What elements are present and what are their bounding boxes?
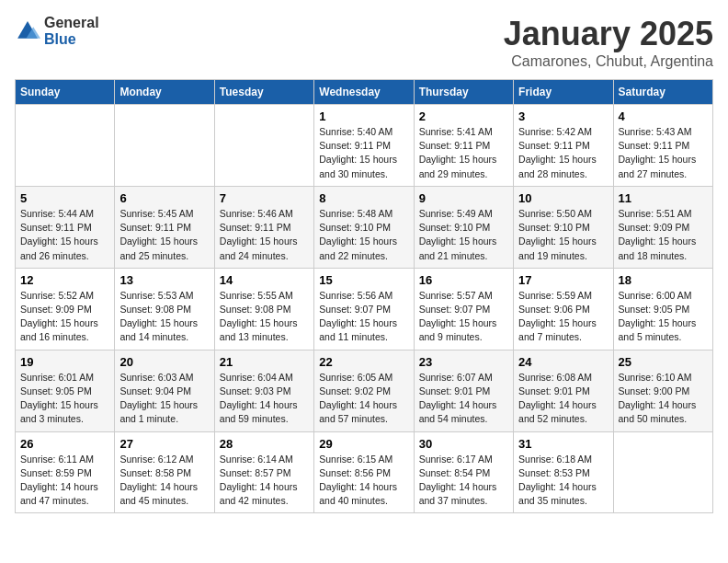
day-cell: 3Sunrise: 5:42 AM Sunset: 9:11 PM Daylig… (514, 105, 613, 187)
day-number: 7 (220, 191, 309, 205)
day-number: 12 (20, 273, 109, 287)
day-cell: 25Sunrise: 6:10 AM Sunset: 9:00 PM Dayli… (613, 350, 712, 431)
day-cell: 8Sunrise: 5:48 AM Sunset: 9:10 PM Daylig… (314, 186, 414, 268)
day-cell: 14Sunrise: 5:55 AM Sunset: 9:08 PM Dayli… (214, 268, 313, 350)
logo-icon (15, 18, 40, 44)
day-number: 10 (518, 191, 608, 205)
day-number: 9 (419, 191, 508, 205)
day-info: Sunrise: 5:45 AM Sunset: 9:11 PM Dayligh… (119, 207, 209, 263)
day-cell: 21Sunrise: 6:04 AM Sunset: 9:03 PM Dayli… (214, 350, 313, 431)
day-cell: 17Sunrise: 5:59 AM Sunset: 9:06 PM Dayli… (514, 268, 613, 350)
day-number: 13 (119, 273, 209, 287)
col-header-sunday: Sunday (16, 80, 115, 105)
day-info: Sunrise: 6:10 AM Sunset: 9:00 PM Dayligh… (619, 371, 708, 427)
day-cell: 29Sunrise: 6:15 AM Sunset: 8:56 PM Dayli… (314, 431, 414, 513)
day-info: Sunrise: 5:57 AM Sunset: 9:07 PM Dayligh… (419, 289, 508, 345)
month-title: January 2025 (504, 15, 713, 53)
day-info: Sunrise: 5:49 AM Sunset: 9:10 PM Dayligh… (419, 207, 508, 263)
week-row-4: 19Sunrise: 6:01 AM Sunset: 9:05 PM Dayli… (16, 350, 713, 431)
logo-blue: Blue (44, 31, 76, 47)
day-cell: 24Sunrise: 6:08 AM Sunset: 9:01 PM Dayli… (514, 350, 613, 431)
day-info: Sunrise: 6:01 AM Sunset: 9:05 PM Dayligh… (20, 371, 109, 427)
day-number: 8 (319, 191, 408, 205)
day-info: Sunrise: 6:18 AM Sunset: 8:53 PM Dayligh… (518, 453, 608, 509)
day-cell: 20Sunrise: 6:03 AM Sunset: 9:04 PM Dayli… (115, 350, 214, 431)
day-cell: 5Sunrise: 5:44 AM Sunset: 9:11 PM Daylig… (16, 186, 115, 268)
day-number: 29 (319, 437, 408, 451)
day-info: Sunrise: 5:55 AM Sunset: 9:08 PM Dayligh… (220, 289, 309, 345)
day-cell: 28Sunrise: 6:14 AM Sunset: 8:57 PM Dayli… (214, 431, 313, 513)
day-info: Sunrise: 5:41 AM Sunset: 9:11 PM Dayligh… (419, 125, 508, 181)
calendar-table: SundayMondayTuesdayWednesdayThursdayFrid… (15, 79, 713, 513)
day-cell: 12Sunrise: 5:52 AM Sunset: 9:09 PM Dayli… (16, 268, 115, 350)
day-cell (16, 105, 115, 187)
day-cell: 13Sunrise: 5:53 AM Sunset: 9:08 PM Dayli… (115, 268, 214, 350)
day-cell: 15Sunrise: 5:56 AM Sunset: 9:07 PM Dayli… (314, 268, 414, 350)
day-info: Sunrise: 5:56 AM Sunset: 9:07 PM Dayligh… (319, 289, 408, 345)
day-info: Sunrise: 6:07 AM Sunset: 9:01 PM Dayligh… (419, 371, 508, 427)
day-number: 22 (319, 355, 408, 369)
logo: General Blue (15, 15, 99, 48)
day-cell: 30Sunrise: 6:17 AM Sunset: 8:54 PM Dayli… (414, 431, 513, 513)
day-info: Sunrise: 6:04 AM Sunset: 9:03 PM Dayligh… (220, 371, 309, 427)
day-number: 6 (119, 191, 209, 205)
day-number: 4 (619, 109, 708, 123)
day-info: Sunrise: 6:11 AM Sunset: 8:59 PM Dayligh… (20, 453, 109, 509)
day-number: 1 (319, 109, 408, 123)
day-number: 21 (220, 355, 309, 369)
day-cell: 18Sunrise: 6:00 AM Sunset: 9:05 PM Dayli… (613, 268, 712, 350)
week-row-3: 12Sunrise: 5:52 AM Sunset: 9:09 PM Dayli… (16, 268, 713, 350)
day-info: Sunrise: 5:59 AM Sunset: 9:06 PM Dayligh… (518, 289, 608, 345)
day-info: Sunrise: 6:15 AM Sunset: 8:56 PM Dayligh… (319, 453, 408, 509)
day-cell: 22Sunrise: 6:05 AM Sunset: 9:02 PM Dayli… (314, 350, 414, 431)
day-cell (214, 105, 313, 187)
page-header: General Blue January 2025 Camarones, Chu… (15, 15, 713, 70)
week-row-1: 1Sunrise: 5:40 AM Sunset: 9:11 PM Daylig… (16, 105, 713, 187)
day-number: 31 (518, 437, 608, 451)
day-number: 16 (419, 273, 508, 287)
day-info: Sunrise: 5:52 AM Sunset: 9:09 PM Dayligh… (20, 289, 109, 345)
col-header-saturday: Saturday (613, 80, 712, 105)
day-number: 3 (518, 109, 608, 123)
day-cell: 6Sunrise: 5:45 AM Sunset: 9:11 PM Daylig… (115, 186, 214, 268)
day-cell: 1Sunrise: 5:40 AM Sunset: 9:11 PM Daylig… (314, 105, 414, 187)
day-info: Sunrise: 5:42 AM Sunset: 9:11 PM Dayligh… (518, 125, 608, 181)
col-header-monday: Monday (115, 80, 214, 105)
day-info: Sunrise: 6:05 AM Sunset: 9:02 PM Dayligh… (319, 371, 408, 427)
day-cell (613, 431, 712, 513)
day-cell: 7Sunrise: 5:46 AM Sunset: 9:11 PM Daylig… (214, 186, 313, 268)
day-info: Sunrise: 6:12 AM Sunset: 8:58 PM Dayligh… (119, 453, 209, 509)
logo-general: General (44, 15, 99, 30)
day-info: Sunrise: 6:00 AM Sunset: 9:05 PM Dayligh… (619, 289, 708, 345)
day-number: 2 (419, 109, 508, 123)
day-info: Sunrise: 5:53 AM Sunset: 9:08 PM Dayligh… (119, 289, 209, 345)
day-info: Sunrise: 6:14 AM Sunset: 8:57 PM Dayligh… (220, 453, 309, 509)
day-number: 5 (20, 191, 109, 205)
day-number: 17 (518, 273, 608, 287)
day-info: Sunrise: 5:40 AM Sunset: 9:11 PM Dayligh… (319, 125, 408, 181)
col-header-wednesday: Wednesday (314, 80, 414, 105)
day-cell: 19Sunrise: 6:01 AM Sunset: 9:05 PM Dayli… (16, 350, 115, 431)
day-info: Sunrise: 5:46 AM Sunset: 9:11 PM Dayligh… (220, 207, 309, 263)
day-cell: 4Sunrise: 5:43 AM Sunset: 9:11 PM Daylig… (613, 105, 712, 187)
day-number: 24 (518, 355, 608, 369)
day-cell: 27Sunrise: 6:12 AM Sunset: 8:58 PM Dayli… (115, 431, 214, 513)
day-number: 20 (119, 355, 209, 369)
day-cell: 16Sunrise: 5:57 AM Sunset: 9:07 PM Dayli… (414, 268, 513, 350)
day-info: Sunrise: 6:17 AM Sunset: 8:54 PM Dayligh… (419, 453, 508, 509)
header-row: SundayMondayTuesdayWednesdayThursdayFrid… (16, 80, 713, 105)
day-cell: 11Sunrise: 5:51 AM Sunset: 9:09 PM Dayli… (613, 186, 712, 268)
day-info: Sunrise: 5:43 AM Sunset: 9:11 PM Dayligh… (619, 125, 708, 181)
day-info: Sunrise: 5:50 AM Sunset: 9:10 PM Dayligh… (518, 207, 608, 263)
day-cell: 26Sunrise: 6:11 AM Sunset: 8:59 PM Dayli… (16, 431, 115, 513)
day-cell: 23Sunrise: 6:07 AM Sunset: 9:01 PM Dayli… (414, 350, 513, 431)
day-number: 11 (619, 191, 708, 205)
day-number: 23 (419, 355, 508, 369)
day-info: Sunrise: 6:08 AM Sunset: 9:01 PM Dayligh… (518, 371, 608, 427)
day-number: 25 (619, 355, 708, 369)
day-number: 26 (20, 437, 109, 451)
location: Camarones, Chubut, Argentina (504, 53, 713, 70)
day-cell: 2Sunrise: 5:41 AM Sunset: 9:11 PM Daylig… (414, 105, 513, 187)
day-number: 14 (220, 273, 309, 287)
col-header-thursday: Thursday (414, 80, 513, 105)
